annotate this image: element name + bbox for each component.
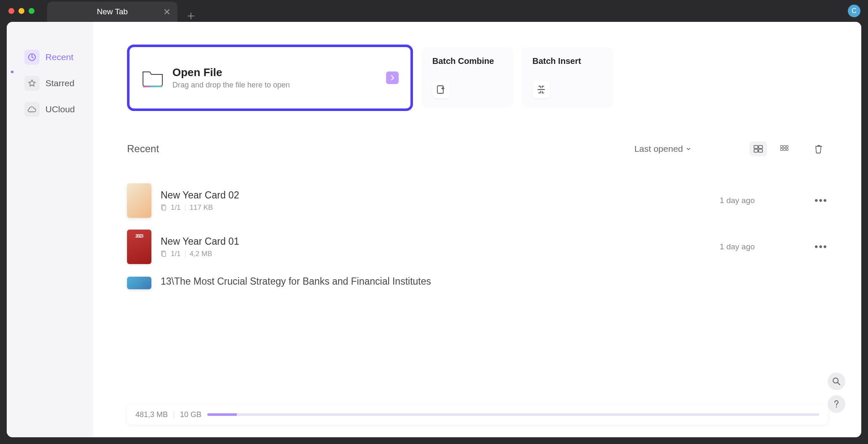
star-icon <box>24 76 40 91</box>
file-list: New Year Card 02 1/1 117 KB 1 day ago ••… <box>127 177 828 296</box>
fullscreen-window-button[interactable] <box>29 8 34 14</box>
chevron-right-icon[interactable] <box>386 71 399 84</box>
svg-rect-6 <box>759 149 762 152</box>
storage-total: 10 GB <box>180 410 201 419</box>
avatar[interactable]: C <box>848 5 860 17</box>
batch-insert-card[interactable]: Batch Insert <box>521 47 613 108</box>
file-name: New Year Card 02 <box>161 190 710 201</box>
file-size: 117 KB <box>190 204 213 212</box>
svg-rect-8 <box>783 145 786 148</box>
more-options-button[interactable]: ••• <box>815 241 828 253</box>
svg-rect-5 <box>754 149 758 152</box>
trash-button[interactable] <box>810 141 828 156</box>
open-file-card[interactable]: Open File Drag and drop the file here to… <box>127 45 413 111</box>
svg-rect-10 <box>781 148 783 151</box>
batch-insert-label: Batch Insert <box>532 56 602 66</box>
svg-rect-12 <box>786 148 788 151</box>
avatar-initial: C <box>852 7 857 15</box>
sidebar-item-label: Recent <box>45 52 74 62</box>
svg-rect-3 <box>754 145 758 148</box>
file-thumbnail <box>127 277 151 289</box>
titlebar: New Tab C <box>0 0 868 22</box>
sort-dropdown[interactable]: Last opened <box>634 144 691 154</box>
svg-rect-1 <box>143 86 162 87</box>
file-thumbnail <box>127 183 151 218</box>
tabs-bar: New Tab <box>47 0 197 22</box>
open-file-subtitle: Drag and drop the file here to open <box>172 81 386 90</box>
tab-new-tab[interactable]: New Tab <box>47 2 177 22</box>
pages-icon <box>161 204 167 211</box>
storage-progress-fill <box>207 413 237 416</box>
batch-combine-card[interactable]: Batch Combine <box>421 47 513 108</box>
tab-label: New Tab <box>97 7 128 16</box>
add-tab-button[interactable] <box>185 10 197 22</box>
svg-point-17 <box>833 378 838 383</box>
svg-rect-16 <box>162 252 166 256</box>
batch-combine-label: Batch Combine <box>432 56 502 66</box>
meta-separator <box>185 251 185 257</box>
svg-rect-7 <box>781 145 783 148</box>
insert-icon <box>532 81 550 98</box>
help-icon <box>834 400 839 408</box>
open-file-title: Open File <box>172 66 386 79</box>
file-thumbnail <box>127 230 151 264</box>
pages-icon <box>161 251 167 257</box>
svg-rect-4 <box>759 145 762 148</box>
sidebar-item-label: UCloud <box>45 104 75 114</box>
sidebar-item-recent[interactable]: Recent <box>17 45 83 69</box>
file-size: 4,2 MB <box>190 250 212 258</box>
file-name: 13\The Most Crucial Strategy for Banks a… <box>161 276 828 287</box>
clock-icon <box>24 50 40 65</box>
more-options-button[interactable]: ••• <box>815 195 828 206</box>
file-row[interactable]: New Year Card 01 1/1 4,2 MB 1 day ago ••… <box>127 224 828 270</box>
file-name: New Year Card 01 <box>161 236 710 247</box>
chevron-down-icon <box>686 148 691 151</box>
meta-separator <box>185 204 185 211</box>
sort-label: Last opened <box>634 144 683 154</box>
main-area: Open File Drag and drop the file here to… <box>93 22 861 437</box>
file-date: 1 day ago <box>720 196 754 205</box>
svg-point-18 <box>836 407 837 407</box>
sidebar: Recent Starred UCloud <box>7 22 93 437</box>
storage-progress <box>207 413 819 416</box>
recent-section-title: Recent <box>127 143 159 155</box>
folder-icon <box>141 68 164 88</box>
file-pages: 1/1 <box>171 204 181 212</box>
cloud-icon <box>24 102 40 117</box>
close-tab-icon[interactable] <box>164 9 170 15</box>
close-window-button[interactable] <box>8 8 14 14</box>
file-pages: 1/1 <box>171 250 181 258</box>
svg-rect-2 <box>437 86 443 93</box>
sidebar-item-ucloud[interactable]: UCloud <box>17 98 83 121</box>
file-date: 1 day ago <box>720 242 754 251</box>
storage-bar: 481,3 MB 10 GB <box>127 404 828 425</box>
svg-rect-14 <box>162 206 166 210</box>
sidebar-item-label: Starred <box>45 78 74 88</box>
search-icon <box>832 377 841 386</box>
view-small-button[interactable] <box>775 141 793 156</box>
combine-icon <box>432 81 450 98</box>
file-row[interactable]: 13\The Most Crucial Strategy for Banks a… <box>127 270 828 296</box>
file-row[interactable]: New Year Card 02 1/1 117 KB 1 day ago ••… <box>127 177 828 224</box>
storage-separator <box>174 411 174 418</box>
svg-rect-9 <box>786 145 788 148</box>
help-button[interactable] <box>828 395 845 413</box>
sidebar-active-indicator <box>11 71 13 73</box>
sidebar-item-starred[interactable]: Starred <box>17 71 83 95</box>
storage-used: 481,3 MB <box>135 410 168 419</box>
view-large-button[interactable] <box>749 141 767 156</box>
search-button[interactable] <box>828 373 845 390</box>
minimize-window-button[interactable] <box>19 8 24 14</box>
svg-rect-11 <box>783 148 786 151</box>
window-controls <box>8 8 34 14</box>
